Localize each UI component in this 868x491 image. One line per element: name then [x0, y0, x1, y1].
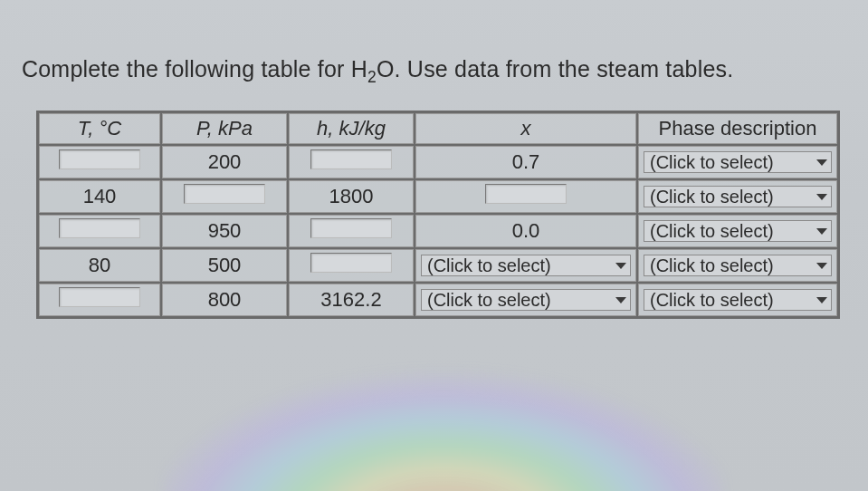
x-value: 0.0 [512, 219, 540, 242]
header-P: P, kPa [196, 117, 253, 140]
T-value: 140 [83, 185, 117, 207]
header-x: x [521, 117, 531, 140]
table-row: 950 0.0 (Click to select) [38, 214, 838, 248]
header-phase: Phase description [659, 117, 817, 140]
phase-select[interactable]: (Click to select) [644, 220, 832, 242]
P-input[interactable] [184, 184, 265, 204]
chevron-down-icon [816, 297, 827, 303]
phase-select-label: (Click to select) [650, 255, 774, 276]
x-select-label: (Click to select) [427, 255, 551, 276]
phase-select-label: (Click to select) [650, 187, 774, 207]
x-select[interactable]: (Click to select) [421, 289, 631, 311]
header-h: h, kJ/kg [317, 117, 386, 140]
h-input[interactable] [310, 149, 392, 169]
table-header-row: T, °C P, kPa h, kJ/kg x Phase descriptio… [38, 112, 838, 145]
table-row: 140 1800 (Click to select) [38, 179, 838, 214]
table-row: 800 3162.2 (Click to select) (Click to s… [38, 283, 838, 317]
chevron-down-icon [816, 194, 827, 200]
chevron-down-icon [816, 263, 827, 269]
h-input[interactable] [310, 218, 392, 238]
P-value: 200 [208, 150, 242, 173]
properties-table: T, °C P, kPa h, kJ/kg x Phase descriptio… [36, 111, 840, 319]
prompt-subscript: 2 [367, 68, 377, 86]
T-input[interactable] [59, 149, 140, 169]
table-row: 80 500 (Click to select) (Click to selec… [38, 248, 838, 283]
table-row: 200 0.7 (Click to select) [38, 145, 838, 179]
T-input[interactable] [59, 287, 140, 307]
phase-select[interactable]: (Click to select) [644, 255, 832, 276]
phase-select-label: (Click to select) [650, 152, 774, 173]
x-select[interactable]: (Click to select) [421, 255, 631, 276]
x-input[interactable] [485, 184, 567, 204]
T-input[interactable] [59, 218, 140, 238]
P-value: 500 [208, 254, 242, 276]
phase-select[interactable]: (Click to select) [644, 289, 832, 311]
phase-select-label: (Click to select) [650, 221, 774, 242]
question-prompt: Complete the following table for H2O. Us… [22, 56, 733, 87]
chevron-down-icon [816, 228, 827, 235]
x-select-label: (Click to select) [427, 290, 551, 311]
phase-select[interactable]: (Click to select) [644, 186, 832, 207]
h-input[interactable] [310, 253, 392, 273]
chevron-down-icon [816, 159, 827, 166]
chevron-down-icon [615, 263, 626, 269]
h-value: 1800 [329, 185, 374, 207]
P-value: 950 [208, 219, 242, 242]
phase-select-label: (Click to select) [650, 290, 774, 311]
prompt-text-pre: Complete the following table for H [22, 56, 367, 82]
header-T: T, °C [78, 117, 121, 140]
P-value: 800 [208, 288, 242, 311]
h-value: 3162.2 [320, 288, 381, 311]
T-value: 80 [89, 254, 110, 276]
x-value: 0.7 [512, 150, 540, 173]
chevron-down-icon [615, 297, 626, 303]
prompt-text-post: O. Use data from the steam tables. [377, 56, 733, 82]
phase-select[interactable]: (Click to select) [644, 151, 832, 173]
